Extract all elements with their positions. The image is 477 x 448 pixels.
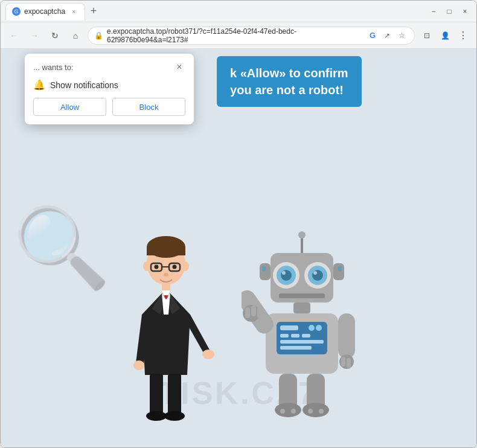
magnify-watermark: 🔍 xyxy=(13,202,110,294)
svg-point-18 xyxy=(146,411,167,421)
profile-button[interactable]: 👤 xyxy=(437,27,453,44)
popup-notification-row: 🔔 Show notifications xyxy=(33,79,185,91)
new-tab-button[interactable]: + xyxy=(85,3,102,20)
svg-point-61 xyxy=(303,403,329,417)
svg-rect-44 xyxy=(280,334,289,338)
svg-rect-48 xyxy=(280,346,312,350)
popup-domain-text: ... wants to: xyxy=(33,63,73,72)
extensions-button[interactable]: ⊡ xyxy=(418,27,435,44)
address-bar[interactable]: 🔒 e.expocaptcha.top/robot371/?c=f11a254e… xyxy=(88,27,415,45)
tab-favicon: G xyxy=(12,7,21,16)
tab-title: expocaptcha xyxy=(24,7,65,16)
close-button[interactable]: × xyxy=(458,5,472,18)
svg-point-4 xyxy=(182,261,189,271)
robot-figure xyxy=(242,230,362,423)
page-content: 🔍 k «Allow» to confirm you are not a rob… xyxy=(1,49,476,447)
window-controls: − □ × xyxy=(427,1,472,22)
captcha-background: 🔍 k «Allow» to confirm you are not a rob… xyxy=(1,49,476,447)
popup-header: ... wants to: × xyxy=(33,61,185,73)
banner-line1: k «Allow» to confirm xyxy=(230,65,348,82)
back-button[interactable]: ← xyxy=(5,27,22,44)
url-text: e.expocaptcha.top/robot371/?c=f11a254e-0… xyxy=(107,27,362,44)
svg-rect-2 xyxy=(147,247,185,255)
banner-line2: you are not a robot! xyxy=(230,82,348,98)
maximize-button[interactable]: □ xyxy=(443,5,456,18)
menu-button[interactable]: ⋮ xyxy=(455,27,472,44)
svg-rect-54 xyxy=(338,313,355,359)
svg-point-42 xyxy=(309,325,315,331)
svg-rect-16 xyxy=(150,374,163,416)
forward-button[interactable]: → xyxy=(26,27,43,44)
bell-icon: 🔔 xyxy=(33,79,45,91)
svg-rect-36 xyxy=(338,266,342,271)
title-bar: G expocaptcha × + − □ × xyxy=(1,1,476,22)
svg-point-9 xyxy=(173,265,177,269)
notification-popup: ... wants to: × 🔔 Show notifications All… xyxy=(25,54,194,124)
tab-close-button[interactable]: × xyxy=(69,7,78,16)
svg-point-60 xyxy=(275,403,301,417)
person-figure xyxy=(115,230,217,423)
share-icon[interactable]: ↗ xyxy=(380,29,394,42)
minimize-button[interactable]: − xyxy=(427,5,440,18)
svg-rect-51 xyxy=(245,307,250,318)
svg-point-29 xyxy=(281,270,292,281)
bookmark-icon[interactable]: ☆ xyxy=(395,29,408,42)
svg-point-21 xyxy=(133,360,144,370)
svg-point-23 xyxy=(298,231,306,238)
popup-close-button[interactable]: × xyxy=(173,61,185,73)
svg-rect-17 xyxy=(168,374,181,416)
svg-rect-56 xyxy=(341,357,345,366)
characters-scene xyxy=(115,230,362,423)
tabs-area: G expocaptcha × + xyxy=(5,3,472,20)
block-button[interactable]: Block xyxy=(112,98,185,116)
captcha-banner: k «Allow» to confirm you are not a robot… xyxy=(217,56,362,107)
svg-point-43 xyxy=(316,325,322,331)
svg-rect-46 xyxy=(302,334,310,338)
address-actions: G ↗ ☆ xyxy=(366,29,408,42)
svg-rect-34 xyxy=(333,263,344,280)
g-icon: G xyxy=(366,29,379,42)
svg-point-64 xyxy=(308,409,313,414)
active-tab[interactable]: G expocaptcha × xyxy=(5,3,85,20)
svg-point-10 xyxy=(164,273,168,277)
svg-point-30 xyxy=(312,270,323,281)
svg-point-20 xyxy=(202,350,214,359)
popup-buttons: Allow Block xyxy=(33,98,185,116)
svg-rect-57 xyxy=(347,358,351,368)
svg-rect-38 xyxy=(293,302,310,313)
svg-rect-33 xyxy=(260,263,271,280)
nav-right-buttons: ⊡ 👤 ⋮ xyxy=(418,27,472,44)
svg-rect-47 xyxy=(280,340,324,344)
nav-bar: ← → ↻ ⌂ 🔒 e.expocaptcha.top/robot371/?c=… xyxy=(1,22,476,49)
svg-point-62 xyxy=(280,409,285,414)
svg-point-32 xyxy=(313,271,317,275)
svg-rect-53 xyxy=(257,307,262,318)
svg-point-31 xyxy=(282,271,286,275)
svg-rect-41 xyxy=(280,325,298,330)
svg-rect-52 xyxy=(251,306,256,316)
home-button[interactable]: ⌂ xyxy=(67,27,84,44)
svg-point-65 xyxy=(319,409,324,414)
svg-point-3 xyxy=(143,261,150,271)
svg-rect-22 xyxy=(301,236,303,253)
svg-point-63 xyxy=(291,409,296,414)
svg-rect-45 xyxy=(291,334,299,338)
svg-point-8 xyxy=(155,265,159,269)
reload-button[interactable]: ↻ xyxy=(46,27,63,44)
browser-window: G expocaptcha × + − □ × ← → ↻ ⌂ 🔒 e.expo… xyxy=(0,0,477,448)
svg-rect-35 xyxy=(262,266,266,271)
svg-rect-37 xyxy=(279,293,325,298)
popup-notification-text: Show notifications xyxy=(50,80,118,90)
lock-icon: 🔒 xyxy=(94,31,103,40)
svg-point-19 xyxy=(164,411,185,421)
allow-button[interactable]: Allow xyxy=(33,98,106,116)
